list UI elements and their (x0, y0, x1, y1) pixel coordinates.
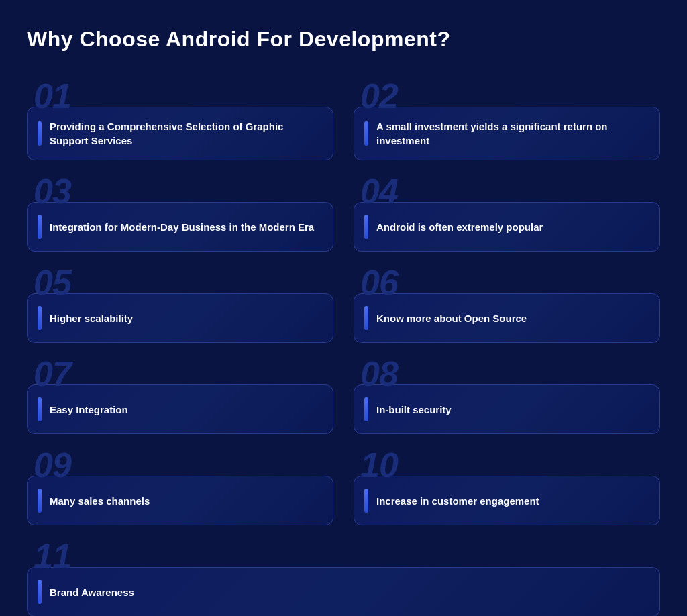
page-title: Why Choose Android For Development? (27, 27, 660, 52)
cards-grid: 01Providing a Comprehensive Selection of… (27, 79, 660, 616)
card-text-08: In-built security (376, 403, 452, 417)
card-text-11: Brand Awareness (50, 585, 134, 599)
card-wrapper-02: 02A small investment yields a significan… (354, 79, 660, 160)
card-wrapper-11: 11Brand Awareness (27, 539, 660, 616)
card-text-02: A small investment yields a significant … (376, 119, 646, 148)
card-wrapper-05: 05Higher scalability (27, 265, 333, 343)
card-text-05: Higher scalability (50, 311, 133, 325)
card-text-04: Android is often extremely popular (376, 220, 543, 234)
card-05: Higher scalability (27, 293, 333, 343)
card-01: Providing a Comprehensive Selection of G… (27, 107, 333, 160)
card-indicator-01 (38, 121, 42, 146)
card-03: Integration for Modern-Day Business in t… (27, 202, 333, 252)
card-wrapper-08: 08In-built security (354, 356, 660, 434)
card-text-10: Increase in customer engagement (376, 494, 539, 508)
card-wrapper-06: 06Know more about Open Source (354, 265, 660, 343)
card-04: Android is often extremely popular (354, 202, 660, 252)
card-07: Easy Integration (27, 384, 333, 434)
card-indicator-03 (38, 215, 42, 239)
card-10: Increase in customer engagement (354, 476, 660, 525)
card-text-09: Many sales channels (50, 494, 150, 508)
card-indicator-07 (38, 397, 42, 421)
card-indicator-10 (364, 489, 368, 513)
card-text-06: Know more about Open Source (376, 311, 527, 325)
page-container: Why Choose Android For Development? 01Pr… (0, 0, 687, 616)
card-06: Know more about Open Source (354, 293, 660, 343)
card-wrapper-04: 04Android is often extremely popular (354, 174, 660, 252)
card-02: A small investment yields a significant … (354, 107, 660, 160)
card-wrapper-01: 01Providing a Comprehensive Selection of… (27, 79, 333, 160)
card-indicator-09 (38, 489, 42, 513)
card-08: In-built security (354, 384, 660, 434)
card-indicator-04 (364, 215, 368, 239)
card-indicator-06 (364, 306, 368, 330)
card-indicator-11 (38, 580, 42, 604)
card-wrapper-03: 03Integration for Modern-Day Business in… (27, 174, 333, 252)
card-09: Many sales channels (27, 476, 333, 525)
card-wrapper-10: 10Increase in customer engagement (354, 448, 660, 525)
card-text-03: Integration for Modern-Day Business in t… (50, 220, 314, 234)
card-text-01: Providing a Comprehensive Selection of G… (50, 119, 319, 148)
card-wrapper-09: 09Many sales channels (27, 448, 333, 525)
card-wrapper-07: 07Easy Integration (27, 356, 333, 434)
card-indicator-05 (38, 306, 42, 330)
card-text-07: Easy Integration (50, 403, 128, 417)
card-indicator-02 (364, 121, 368, 146)
card-indicator-08 (364, 397, 368, 421)
card-11: Brand Awareness (27, 567, 660, 616)
